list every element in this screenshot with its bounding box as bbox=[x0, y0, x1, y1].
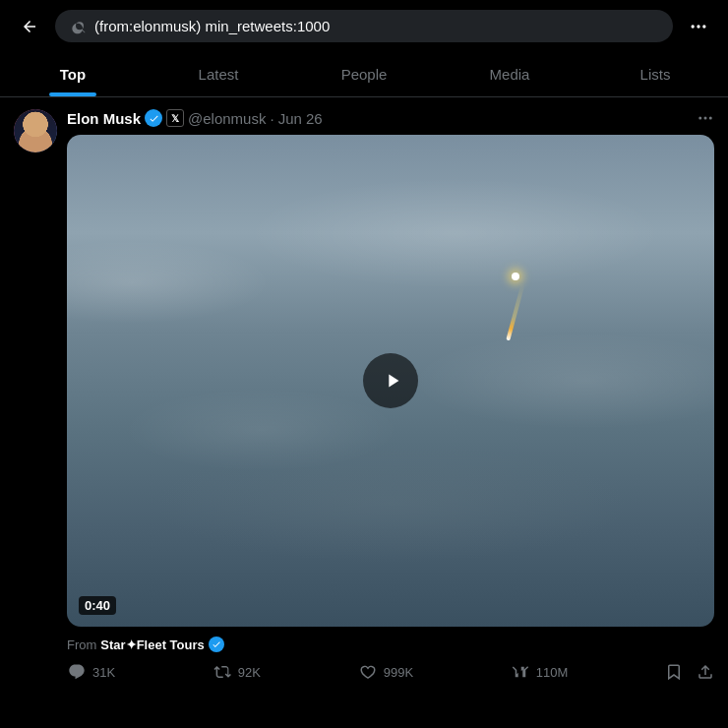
tweet-item: Elon Musk 𝕏 @elonmusk · Jun 26 bbox=[0, 97, 728, 694]
tweet-header: Elon Musk 𝕏 @elonmusk · Jun 26 bbox=[67, 109, 714, 127]
svg-point-0 bbox=[692, 25, 695, 28]
tab-people[interactable]: People bbox=[291, 52, 437, 96]
back-button[interactable] bbox=[14, 11, 45, 42]
tab-latest[interactable]: Latest bbox=[146, 52, 291, 96]
source-name: Star✦Fleet Tours bbox=[100, 637, 204, 652]
comment-action[interactable]: 31K bbox=[67, 662, 115, 682]
tweet-more-button[interactable] bbox=[697, 109, 714, 127]
avatar[interactable] bbox=[14, 109, 57, 152]
retweet-count: 92K bbox=[238, 665, 261, 680]
like-count: 999K bbox=[384, 665, 413, 680]
search-bar[interactable]: (from:elonmusk) min_retweets:1000 bbox=[55, 10, 673, 42]
source-verified-badge bbox=[209, 637, 224, 652]
video-duration: 0:40 bbox=[79, 596, 116, 615]
user-handle: @elonmusk bbox=[188, 110, 266, 127]
user-name: Elon Musk bbox=[67, 110, 141, 127]
x-platform-badge: 𝕏 bbox=[166, 109, 184, 127]
bookmark-action[interactable] bbox=[665, 663, 683, 681]
svg-point-1 bbox=[697, 25, 699, 28]
views-action[interactable]: 110M bbox=[511, 662, 569, 682]
header: (from:elonmusk) min_retweets:1000 bbox=[0, 0, 728, 52]
tweet-date-value: Jun 26 bbox=[278, 110, 323, 127]
like-action[interactable]: 999K bbox=[358, 662, 413, 682]
search-tabs: Top Latest People Media Lists bbox=[0, 52, 728, 97]
svg-point-2 bbox=[702, 25, 705, 28]
tweet-content: Elon Musk 𝕏 @elonmusk · Jun 26 bbox=[67, 109, 714, 682]
video-source: From Star✦Fleet Tours bbox=[67, 637, 714, 652]
play-button[interactable] bbox=[363, 353, 418, 408]
tab-top[interactable]: Top bbox=[0, 52, 146, 96]
comment-count: 31K bbox=[92, 665, 115, 680]
rocket-tip bbox=[512, 273, 519, 280]
tweet-date: · bbox=[270, 110, 273, 127]
search-icon bbox=[71, 19, 87, 34]
views-icon bbox=[511, 662, 530, 682]
more-options-button[interactable] bbox=[683, 11, 714, 42]
secondary-actions bbox=[665, 663, 714, 681]
verified-badge bbox=[145, 109, 162, 127]
heart-icon bbox=[358, 662, 378, 682]
search-query-text: (from:elonmusk) min_retweets:1000 bbox=[94, 18, 330, 34]
video-thumbnail[interactable]: 0:40 bbox=[67, 135, 714, 627]
user-info: Elon Musk 𝕏 @elonmusk · Jun 26 bbox=[67, 109, 323, 127]
share-action[interactable] bbox=[697, 663, 714, 681]
comment-icon bbox=[67, 662, 87, 682]
retweet-action[interactable]: 92K bbox=[212, 662, 261, 682]
views-count: 110M bbox=[536, 665, 569, 680]
tab-lists[interactable]: Lists bbox=[582, 52, 728, 96]
svg-point-4 bbox=[704, 117, 707, 120]
rocket-trail bbox=[506, 283, 524, 341]
svg-point-3 bbox=[698, 117, 701, 120]
retweet-icon bbox=[212, 662, 232, 682]
tweet-actions: 31K 92K 999K bbox=[67, 662, 714, 682]
svg-point-5 bbox=[709, 117, 712, 120]
source-prefix: From bbox=[67, 637, 96, 652]
tab-media[interactable]: Media bbox=[437, 52, 582, 96]
